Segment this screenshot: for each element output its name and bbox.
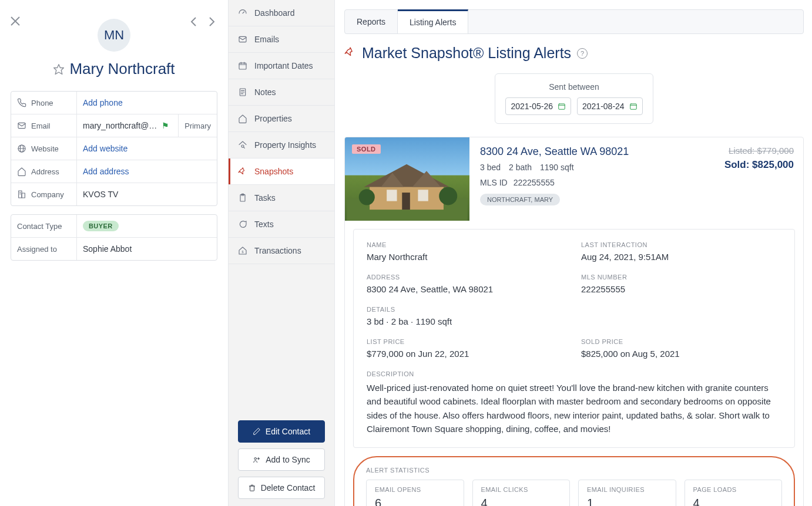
svg-marker-2	[54, 64, 64, 74]
home-dollar-icon: $	[238, 246, 247, 255]
contact-name: Mary Northcraft	[69, 60, 175, 78]
email-value[interactable]: mary_northcraft@… ⚑ Primary	[77, 114, 217, 137]
listing-facts: 3 bed2 bath1190 sqft	[480, 163, 714, 172]
email-icon	[17, 121, 26, 130]
detail-details-value: 3 bd · 2 ba · 1190 sqft	[367, 316, 781, 326]
contact-meta-table: Contact Type BUYER Assigned to Sophie Ab…	[11, 214, 217, 261]
sync-icon	[253, 456, 261, 464]
stat-email-inquiries: EMAIL INQUIRIES1	[578, 480, 676, 506]
page-title: Market Snapshot® Listing Alerts	[362, 45, 571, 62]
note-icon	[238, 87, 247, 97]
prev-contact-icon[interactable]	[189, 16, 199, 27]
help-icon[interactable]: ?	[577, 48, 588, 59]
svg-rect-13	[239, 63, 246, 69]
company-value[interactable]: KVOS TV	[77, 190, 217, 199]
nav-transactions[interactable]: $Transactions	[229, 238, 334, 264]
detail-last-interaction-label: LAST INTERACTION	[581, 241, 781, 248]
buyer-badge: BUYER	[83, 221, 119, 231]
nav-properties[interactable]: Properties	[229, 106, 334, 132]
add-website-link[interactable]: Add website	[77, 144, 217, 153]
date-from-input[interactable]: 2021-05-26	[505, 97, 571, 115]
tab-listing-alerts[interactable]: Listing Alerts	[398, 9, 468, 33]
detail-name-value: Mary Northcraft	[367, 252, 567, 262]
svg-line-11	[243, 12, 244, 14]
website-label: Website	[31, 144, 59, 153]
date-to-input[interactable]: 2021-08-24	[577, 97, 643, 115]
assigned-to-value[interactable]: Sophie Abbot	[77, 244, 217, 254]
add-address-link[interactable]: Add address	[77, 167, 217, 176]
flag-icon: ⚑	[162, 121, 169, 130]
detail-address-value: 8300 24 Ave, Seattle, WA 98021	[367, 284, 567, 294]
gauge-icon	[238, 8, 247, 18]
detail-last-interaction-value: Aug 24, 2021, 9:51AM	[581, 252, 781, 262]
address-label: Address	[31, 167, 59, 176]
detail-sold-price-value: $825,000 on Aug 5, 2021	[581, 349, 781, 359]
tab-reports[interactable]: Reports	[345, 10, 398, 33]
calendar-icon	[558, 102, 566, 110]
stat-email-opens: EMAIL OPENS6	[366, 480, 464, 506]
detail-address-label: ADDRESS	[367, 274, 567, 281]
star-icon[interactable]	[53, 63, 65, 75]
avatar: MN	[98, 19, 130, 52]
nav-emails[interactable]: Emails	[229, 26, 334, 53]
detail-details-label: DETAILS	[367, 306, 781, 313]
next-contact-icon[interactable]	[207, 16, 216, 27]
pin-icon	[238, 167, 247, 176]
nav-tasks[interactable]: Tasks	[229, 185, 334, 211]
detail-description-value: Well-priced just-renovated home on quiet…	[367, 381, 781, 436]
home-search-icon	[238, 140, 247, 150]
date-filter: Sent between 2021-05-26 2021-08-24	[495, 73, 653, 124]
detail-list-price-value: $779,000 on Jun 22, 2021	[367, 349, 567, 359]
price-sold: Sold: $825,000	[724, 159, 794, 171]
svg-rect-29	[559, 104, 565, 109]
address-icon	[17, 167, 26, 176]
nav-snapshots[interactable]: Snapshots	[229, 158, 334, 185]
detail-list-price-label: LIST PRICE	[367, 338, 567, 345]
delete-contact-button[interactable]: Delete Contact	[238, 477, 325, 499]
listing-image: SOLD	[345, 137, 469, 221]
nav-dashboard[interactable]: Dashboard	[229, 0, 334, 26]
home-icon	[238, 114, 247, 123]
company-icon	[17, 190, 26, 199]
stat-email-clicks: EMAIL CLICKS4	[472, 480, 571, 506]
detail-mls-label: MLS NUMBER	[581, 274, 781, 281]
detail-name-label: NAME	[367, 241, 567, 248]
nav-important-dates[interactable]: Important Dates	[229, 53, 334, 79]
tabbar: Reports Listing Alerts	[344, 9, 804, 34]
add-phone-link[interactable]: Add phone	[77, 98, 217, 107]
owner-chip: NORTHCRAFT, MARY	[480, 194, 560, 205]
phone-icon	[17, 98, 26, 107]
close-icon[interactable]	[9, 15, 21, 27]
calendar-icon	[629, 102, 637, 110]
svg-rect-7	[19, 191, 22, 198]
svg-line-22	[243, 147, 244, 148]
chat-icon	[238, 220, 247, 229]
listing-detail: NAMEMary Northcraft LAST INTERACTIONAug …	[353, 229, 795, 448]
detail-sold-price-label: SOLD PRICE	[581, 338, 781, 345]
svg-point-42	[439, 187, 457, 205]
date-filter-label: Sent between	[504, 82, 645, 92]
svg-rect-38	[387, 190, 397, 201]
detail-mls-value: 222255555	[581, 284, 781, 294]
add-to-sync-button[interactable]: Add to Sync	[238, 448, 325, 471]
svg-text:$: $	[242, 250, 244, 254]
svg-rect-8	[22, 193, 25, 198]
phone-label: Phone	[31, 99, 53, 107]
alert-statistics: ALERT STATISTICS EMAIL OPENS6 EMAIL CLIC…	[353, 456, 795, 506]
edit-contact-button[interactable]: Edit Contact	[238, 420, 325, 443]
price-listed: Listed: $779,000	[724, 146, 794, 156]
detail-description-label: DESCRIPTION	[367, 370, 781, 377]
clipboard-icon	[238, 193, 247, 203]
nav-notes[interactable]: Notes	[229, 79, 334, 106]
svg-rect-40	[402, 193, 410, 210]
listing-address: 8300 24 Ave, Seattle WA 98021	[480, 146, 714, 158]
nav-property-insights[interactable]: Property Insights	[229, 132, 334, 158]
pin-icon	[344, 46, 356, 60]
svg-point-26	[254, 458, 257, 460]
svg-rect-31	[630, 104, 636, 109]
svg-rect-39	[418, 190, 428, 201]
stat-page-loads: PAGE LOADS4	[685, 480, 783, 506]
email-primary-tag: Primary	[178, 114, 211, 137]
contact-type-value[interactable]: BUYER	[77, 221, 217, 231]
nav-texts[interactable]: Texts	[229, 211, 334, 238]
